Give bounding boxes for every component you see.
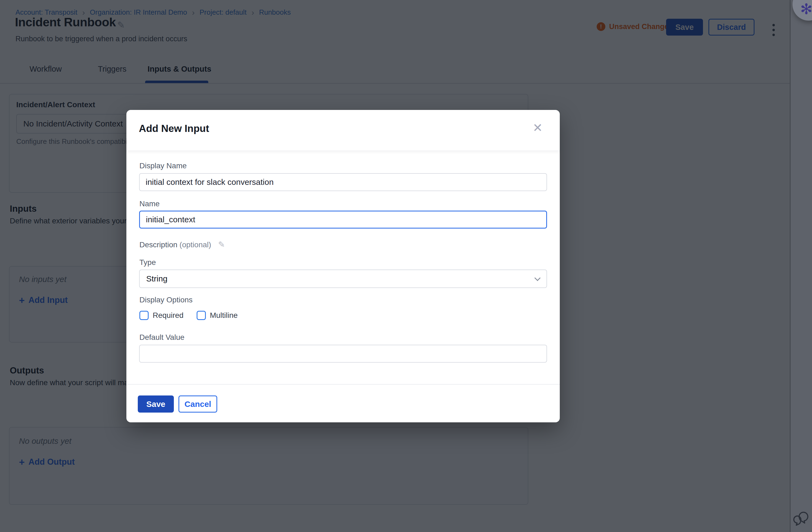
chat-bubbles-icon <box>792 508 810 527</box>
chat-widget-button[interactable] <box>792 508 810 527</box>
required-label: Required <box>153 311 184 320</box>
name-input[interactable] <box>139 211 547 228</box>
display-options-label: Display Options <box>140 296 192 304</box>
default-value-input[interactable] <box>139 345 547 363</box>
edit-description-icon[interactable]: ✎ <box>218 240 225 249</box>
display-name-input[interactable] <box>139 173 547 191</box>
scrollbar-gutter <box>790 0 812 532</box>
multiline-option[interactable]: Multiline <box>197 311 238 320</box>
type-label: Type <box>140 258 156 267</box>
description-label-text: Description <box>140 240 177 249</box>
display-options-row: Required Multiline <box>140 311 237 320</box>
add-new-input-modal: Add New Input ✕ Display Name Name Descri… <box>126 110 560 422</box>
description-label: Description (optional) ✎ <box>140 240 225 249</box>
description-optional-hint: (optional) <box>179 240 211 249</box>
chevron-down-icon <box>535 275 541 281</box>
extension-icon: ✻ <box>800 1 812 18</box>
close-icon[interactable]: ✕ <box>533 121 543 135</box>
modal-footer-divider <box>126 384 560 384</box>
modal-cancel-button[interactable]: Cancel <box>178 395 217 412</box>
multiline-label: Multiline <box>210 311 238 320</box>
display-name-label: Display Name <box>140 162 187 170</box>
multiline-checkbox[interactable] <box>197 311 206 320</box>
type-select-value: String <box>146 274 167 283</box>
type-select[interactable]: String <box>139 269 547 288</box>
required-option[interactable]: Required <box>140 311 184 320</box>
name-label: Name <box>140 199 160 208</box>
required-checkbox[interactable] <box>140 311 149 320</box>
default-value-label: Default Value <box>140 333 185 342</box>
modal-save-button[interactable]: Save <box>138 395 174 412</box>
modal-title: Add New Input <box>139 123 209 134</box>
